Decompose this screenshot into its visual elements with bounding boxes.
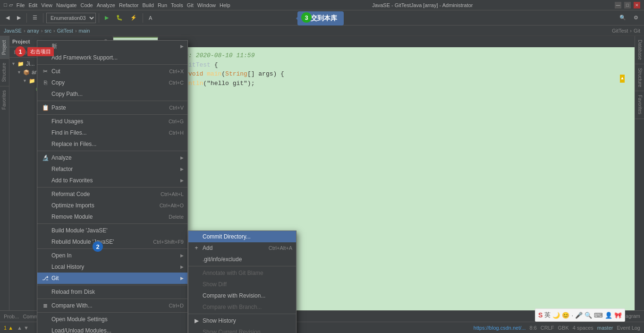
cm-item-analyze[interactable]: 🔬 Analyze ▶ (37, 152, 187, 163)
toolbar-forward-button[interactable]: ▶ (14, 12, 24, 24)
menu-window[interactable]: Window (197, 2, 216, 8)
git-cm-show-history[interactable]: ▶ Show History (188, 315, 296, 326)
cm-item-compare-with[interactable]: ≣ Compare With... Ctrl+D (37, 300, 187, 311)
menu-git[interactable]: Git (187, 2, 194, 8)
breadcrumb-array[interactable]: array (27, 28, 39, 34)
cm-item-rebuild-module[interactable]: Rebuild Module 'JavaSE' Ctrl+Shift+F9 (37, 236, 187, 248)
show-history-icon: ▶ (192, 316, 201, 325)
cm-item-cut[interactable]: ✂ Cut Ctrl+X (37, 66, 187, 77)
coverage-button[interactable]: ⚡ (127, 12, 140, 24)
menu-code[interactable]: Code (80, 2, 93, 8)
sogou-gift-icon: 🎀 (614, 312, 622, 319)
cm-item-optimize-imports[interactable]: Optimize Imports Ctrl+Alt+O (37, 200, 187, 211)
cm-item-git[interactable]: ⎇ Git ▶ (37, 273, 187, 284)
cm-item-module-settings[interactable]: Open Module Settings (37, 314, 187, 325)
cm-item-paste[interactable]: 📋 Paste Ctrl+V (37, 102, 187, 113)
cm-item-find-files[interactable]: Find in Files... Ctrl+H (37, 127, 187, 138)
sogou-input-bar: S 英 🌙 😊 · 🎤 🔍 ⌨ 👤 🎀 (535, 308, 625, 322)
code-line-6: 6 } (117, 97, 631, 107)
cm-item-refactor[interactable]: Refactor ▶ (37, 163, 187, 175)
cm-separator-4 (37, 151, 187, 151)
toolbar-back-button[interactable]: ◀ (3, 12, 12, 24)
cm-item-remove-module[interactable]: Remove Module Delete (37, 211, 187, 222)
toolbar-bookmark-button[interactable]: ☰ (30, 12, 40, 24)
cm-item-build-module[interactable]: Build Module 'JavaSE' (37, 225, 187, 236)
cm-separator-9 (37, 299, 187, 299)
event-log-button[interactable]: Event Log (617, 325, 640, 331)
nav-arrows[interactable]: ▲ ▼ (17, 325, 29, 331)
menu-view[interactable]: View (41, 2, 52, 8)
editor-tab-bar: G GitTest.java (113, 36, 635, 47)
git-sep-1 (188, 266, 296, 266)
structure-tab-right[interactable]: Structure (635, 64, 644, 92)
compare-icon: ≣ (41, 301, 50, 310)
cm-item-new[interactable]: 新 ▶ (37, 41, 187, 52)
cm-separator-2 (37, 101, 187, 101)
line-ending: CRLF (541, 325, 554, 331)
settings-button[interactable]: ⚙ (631, 12, 641, 24)
annotation-badge-3: 3 (301, 12, 312, 23)
favorites-tab-left[interactable]: Favorites (0, 86, 9, 113)
favorites-tab-right[interactable]: Favorites (635, 91, 644, 119)
structure-tab-left[interactable]: Structure (0, 59, 9, 86)
cm-item-copy-path[interactable]: Copy Path... (37, 88, 187, 100)
cm-item-open-in[interactable]: Open In ▶ (37, 250, 187, 261)
cm-item-copy[interactable]: ⎘ Copy Ctrl+C (37, 77, 187, 88)
breadcrumb-src[interactable]: src (44, 28, 51, 34)
toolbar-separator-2 (43, 13, 43, 23)
search-everywhere-button[interactable]: 🔍 (617, 12, 629, 24)
problems-tab[interactable]: Prob... (4, 314, 19, 319)
sogou-moon-icon: 🌙 (552, 312, 560, 319)
git-cm-show-diff: Show Diff (188, 279, 296, 290)
cut-icon: ✂ (41, 67, 50, 76)
menu-refactor[interactable]: Refactor (119, 2, 139, 8)
menu-navigate[interactable]: Navigate (56, 2, 76, 8)
project-tab[interactable]: Project (0, 36, 9, 59)
breadcrumb-javase[interactable]: JavaSE (4, 28, 22, 34)
menu-help[interactable]: Help (220, 2, 230, 8)
tree-root-label: Ji... (26, 60, 35, 67)
right-sidebar-tabs: Database Structure Favorites (635, 36, 644, 310)
git-branch-label: master (597, 325, 613, 331)
maximize-button[interactable]: □ (624, 2, 631, 9)
toolbar-separator-4 (143, 13, 143, 23)
breadcrumb-main[interactable]: main (79, 28, 90, 34)
run-button[interactable]: ▶ (102, 12, 111, 24)
close-button[interactable]: ✕ (634, 2, 640, 9)
menu-run[interactable]: Run (158, 2, 167, 8)
git-cm-gitignore[interactable]: .git/info/exclude (188, 254, 296, 265)
csdn-link[interactable]: https://blog.csdn.net/... (474, 325, 526, 331)
run-config-dropdown[interactable]: Enumeration03 (46, 13, 96, 23)
cm-item-reformat[interactable]: Reformat Code Ctrl+Alt+L (37, 188, 187, 200)
translate-button[interactable]: A (146, 12, 156, 24)
analyze-icon: 🔬 (41, 154, 50, 162)
minimize-button[interactable]: — (615, 2, 621, 9)
breadcrumb-gittest[interactable]: GitTest (57, 28, 73, 34)
cm-item-reload-disk[interactable]: Reload from Disk (37, 286, 187, 298)
menu-analyze[interactable]: Analyze (97, 2, 115, 8)
menu-tools[interactable]: Tools (171, 2, 183, 8)
git-cm-compare-branch: Compare with Branch... (188, 301, 296, 313)
copy-icon: ⎘ (41, 78, 50, 87)
git-sep-2 (188, 314, 296, 314)
git-cm-compare-revision[interactable]: Compare with Revision... (188, 290, 296, 301)
charset-label: GBK (558, 325, 569, 331)
sogou-english-icon: 英 (544, 311, 551, 319)
menu-edit[interactable]: Edit (28, 2, 37, 8)
git-cm-commit-dir[interactable]: Commit Directory... (188, 231, 296, 242)
cm-item-add-favorites[interactable]: Add to Favorites ▶ (37, 175, 187, 186)
gitignore-icon (192, 255, 201, 264)
cm-item-load-modules[interactable]: Load/Unload Modules... (37, 325, 187, 333)
menu-build[interactable]: Build (142, 2, 153, 8)
menu-file[interactable]: File (17, 2, 25, 8)
cm-item-local-history[interactable]: Local History ▶ (37, 261, 187, 273)
cm-item-find-usages[interactable]: Find Usages Ctrl+G (37, 116, 187, 127)
cm-item-replace-files[interactable]: Replace in Files... (37, 138, 187, 150)
git-cm-add[interactable]: + Add Ctrl+Alt+A (188, 242, 296, 254)
warning-stripe: ▲ (620, 75, 625, 81)
database-tab[interactable]: Database (635, 36, 644, 64)
editor-content[interactable]: 1 // last update: 2020-08-10 11:59 2 pub… (113, 47, 635, 110)
left-tabs: Project Structure Favorites (0, 36, 9, 310)
cm-item-add-framework[interactable]: Add Framework Support... (37, 52, 187, 63)
debug-button[interactable]: 🐛 (113, 12, 126, 24)
